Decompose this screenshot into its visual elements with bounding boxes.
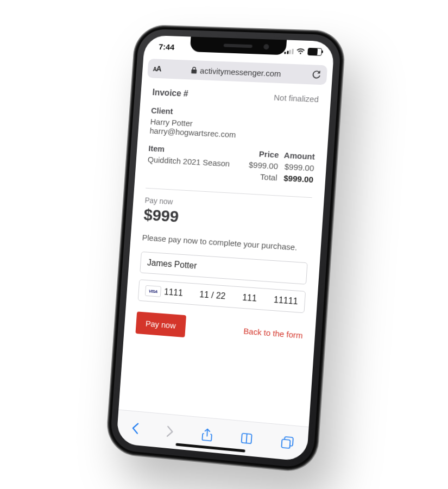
svg-rect-0 xyxy=(281,439,289,448)
invoice-title: Invoice # xyxy=(152,87,188,98)
invoice-page: Invoice # Not finalized Client Harry Pot… xyxy=(118,78,331,425)
invoice-items-table: Item Price Amount Quidditch 2021 Season … xyxy=(146,142,315,185)
card-expiry-value: 11 / 22 xyxy=(199,290,225,301)
card-input[interactable]: VISA 1111 11 / 22 111 11111 xyxy=(137,279,305,313)
total-value: $999.00 xyxy=(276,172,313,185)
status-time: 7:44 xyxy=(158,42,174,52)
nav-forward-icon xyxy=(166,425,174,438)
refresh-icon[interactable] xyxy=(312,70,321,80)
cardholder-name-value: James Potter xyxy=(147,258,197,271)
invoice-status: Not finalized xyxy=(273,93,319,104)
lock-icon xyxy=(191,66,197,73)
pay-note: Please pay now to complete your purchase… xyxy=(142,232,309,254)
browser-url-text: activitymessenger.com xyxy=(199,66,281,78)
reader-mode-icon[interactable]: AA xyxy=(153,64,161,73)
card-zip-value: 11111 xyxy=(273,295,298,306)
share-icon[interactable] xyxy=(201,428,212,442)
card-cvc-value: 111 xyxy=(242,293,257,304)
visa-icon: VISA xyxy=(144,285,161,297)
cardholder-name-input[interactable]: James Potter xyxy=(140,252,307,285)
bookmarks-icon[interactable] xyxy=(239,432,252,444)
total-label: Total xyxy=(243,170,277,183)
card-number-value: 1111 xyxy=(163,287,183,298)
pay-now-button[interactable]: Pay now xyxy=(135,312,186,338)
wifi-icon xyxy=(296,48,305,55)
section-divider xyxy=(146,188,312,198)
nav-back-icon[interactable] xyxy=(130,422,138,435)
back-to-form-link[interactable]: Back to the form xyxy=(243,327,302,341)
tabs-icon[interactable] xyxy=(280,436,293,449)
battery-icon xyxy=(307,48,322,56)
